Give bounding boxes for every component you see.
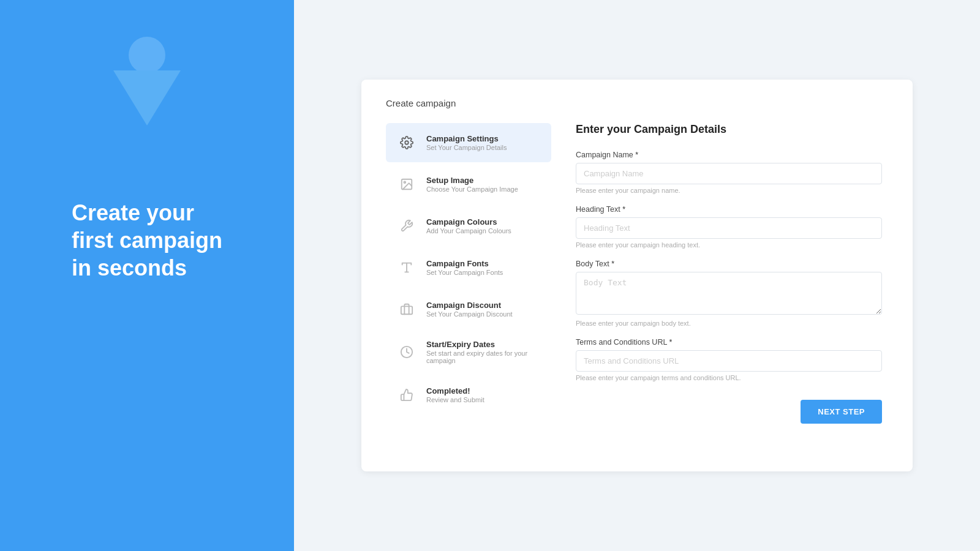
hero-text: Create your first campaign in seconds [35, 199, 259, 282]
sidebar-item-campaign-colours[interactable]: Campaign Colours Add Your Campaign Colou… [386, 206, 551, 246]
sidebar-item-label: Start/Expiry Dates [426, 340, 541, 349]
sidebar-item-completed[interactable]: Completed! Review and Submit [386, 375, 551, 414]
heading-text-label: Heading Text * [576, 205, 882, 214]
card-body: Campaign Settings Set Your Campaign Deta… [386, 123, 888, 424]
form-footer: NEXT STEP [576, 400, 882, 424]
sidebar-item-label: Campaign Colours [426, 217, 511, 227]
sidebar-item-campaign-fonts[interactable]: Campaign Fonts Set Your Campaign Fonts [386, 248, 551, 287]
campaign-name-input[interactable] [576, 163, 882, 184]
sidebar-nav: Campaign Settings Set Your Campaign Deta… [386, 123, 551, 424]
form-heading: Enter your Campaign Details [576, 123, 882, 136]
gear-icon [396, 132, 418, 154]
sidebar-item-campaign-discount-text: Campaign Discount Set Your Campaign Disc… [426, 301, 513, 318]
body-text-label: Body Text * [576, 260, 882, 268]
sidebar-item-label: Campaign Discount [426, 301, 513, 310]
sidebar-item-label: Campaign Fonts [426, 259, 503, 268]
wrench-icon [396, 215, 418, 237]
discount-icon [396, 298, 418, 320]
heading-text-input[interactable] [576, 217, 882, 239]
calendar-icon [396, 341, 418, 363]
campaign-name-label: Campaign Name * [576, 151, 882, 159]
svg-rect-5 [401, 306, 412, 314]
thumbs-up-icon [396, 384, 418, 406]
heading-text-hint: Please enter your campaign heading text. [576, 241, 882, 249]
sidebar-item-start-expiry-dates-text: Start/Expiry Dates Set start and expiry … [426, 340, 541, 364]
sidebar-item-sub: Choose Your Campaign Image [426, 186, 518, 193]
sidebar-item-setup-image[interactable]: Setup Image Choose Your Campaign Image [386, 165, 551, 204]
form-group-campaign-name: Campaign Name * Please enter your campai… [576, 151, 882, 194]
form-group-terms-url: Terms and Conditions URL * Please enter … [576, 338, 882, 381]
sidebar-item-sub: Set Your Campaign Discount [426, 310, 513, 318]
svg-point-0 [405, 141, 409, 144]
terms-url-hint: Please enter your campaign terms and con… [576, 374, 882, 381]
sidebar-item-completed-text: Completed! Review and Submit [426, 386, 484, 403]
sidebar-item-label: Campaign Settings [426, 134, 507, 143]
card: Create campaign Campaign Settings Set Yo… [361, 80, 913, 471]
form-group-heading-text: Heading Text * Please enter your campaig… [576, 205, 882, 249]
sidebar-item-campaign-settings[interactable]: Campaign Settings Set Your Campaign Deta… [386, 123, 551, 162]
sidebar-item-start-expiry-dates[interactable]: Start/Expiry Dates Set start and expiry … [386, 331, 551, 373]
svg-point-2 [404, 181, 405, 183]
body-text-input[interactable] [576, 272, 882, 315]
terms-url-input[interactable] [576, 350, 882, 372]
campaign-name-hint: Please enter your campaign name. [576, 187, 882, 194]
logo-circle [129, 37, 165, 73]
sidebar-item-setup-image-text: Setup Image Choose Your Campaign Image [426, 176, 518, 193]
card-title: Create campaign [386, 98, 888, 108]
image-icon [396, 173, 418, 195]
sidebar-item-label: Setup Image [426, 176, 518, 185]
left-panel: Create your first campaign in seconds [0, 0, 294, 551]
terms-url-label: Terms and Conditions URL * [576, 338, 882, 347]
sidebar-item-campaign-discount[interactable]: Campaign Discount Set Your Campaign Disc… [386, 290, 551, 329]
sidebar-item-campaign-fonts-text: Campaign Fonts Set Your Campaign Fonts [426, 259, 503, 276]
sidebar-item-label: Completed! [426, 386, 484, 395]
logo-triangle [113, 70, 181, 126]
sidebar-item-campaign-colours-text: Campaign Colours Add Your Campaign Colou… [426, 217, 511, 234]
sidebar-item-sub: Set Your Campaign Details [426, 144, 507, 151]
next-step-button[interactable]: NEXT STEP [801, 400, 882, 424]
sidebar-item-sub: Set start and expiry dates for your camp… [426, 350, 541, 364]
sidebar-item-campaign-settings-text: Campaign Settings Set Your Campaign Deta… [426, 134, 507, 151]
font-icon [396, 257, 418, 279]
logo [113, 37, 181, 126]
sidebar-item-sub: Set Your Campaign Fonts [426, 269, 503, 276]
body-text-hint: Please enter your campaign body text. [576, 320, 882, 327]
sidebar-item-sub: Review and Submit [426, 396, 484, 403]
form-group-body-text: Body Text * Please enter your campaign b… [576, 260, 882, 327]
sidebar-item-sub: Add Your Campaign Colours [426, 227, 511, 234]
form-panel: Enter your Campaign Details Campaign Nam… [570, 123, 888, 424]
right-panel: Create campaign Campaign Settings Set Yo… [294, 0, 980, 551]
